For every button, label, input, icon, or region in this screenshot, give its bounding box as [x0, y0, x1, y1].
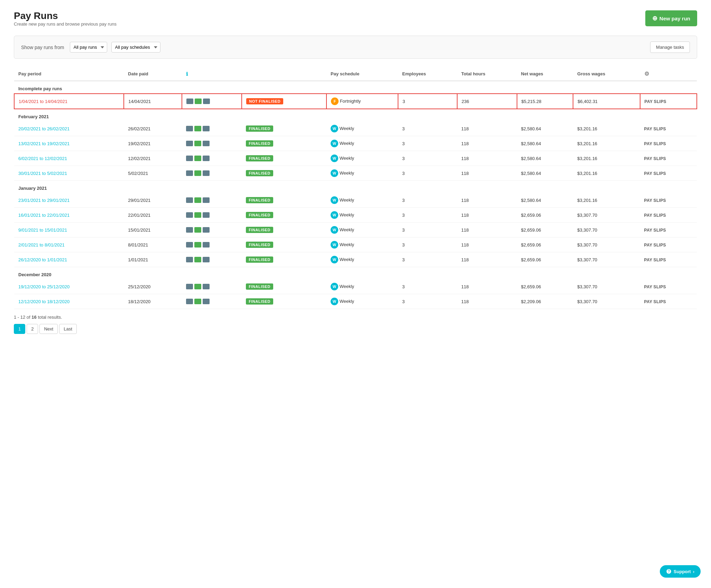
monitor-icon[interactable]	[186, 99, 193, 104]
monitor-icon[interactable]	[186, 227, 193, 233]
action-icons-cell	[182, 151, 242, 166]
mail-icon[interactable]	[194, 284, 201, 289]
refresh-icon[interactable]	[203, 99, 210, 104]
refresh-icon[interactable]	[203, 141, 210, 146]
monitor-icon[interactable]	[186, 197, 193, 203]
mail-icon[interactable]	[194, 212, 201, 218]
monitor-icon[interactable]	[186, 156, 193, 161]
mail-icon[interactable]	[194, 170, 201, 176]
col-settings: ⚙	[640, 67, 697, 81]
status-cell: FINALISED	[242, 279, 326, 294]
pay-slips-cell: PAY SLIPS	[640, 193, 697, 208]
mail-icon[interactable]	[194, 141, 201, 146]
pay-period-link[interactable]: 23/01/2021 to 29/01/2021	[18, 198, 70, 203]
pay-slips-link[interactable]: PAY SLIPS	[644, 258, 666, 262]
refresh-icon[interactable]	[203, 156, 210, 161]
monitor-icon[interactable]	[186, 212, 193, 218]
mail-icon[interactable]	[194, 299, 201, 304]
pay-schedule-cell: W Weekly	[326, 121, 398, 136]
pay-period-link[interactable]: 6/02/2021 to 12/02/2021	[18, 156, 67, 161]
pay-schedule-cell: W Weekly	[326, 166, 398, 181]
refresh-icon[interactable]	[203, 299, 210, 304]
table-row: 30/01/2021 to 5/02/2021 5/02/2021 FINALI…	[14, 166, 697, 181]
pay-period-link[interactable]: 1/04/2021 to 14/04/2021	[19, 99, 67, 104]
refresh-icon[interactable]	[203, 170, 210, 176]
monitor-icon[interactable]	[186, 257, 193, 262]
pay-period-link[interactable]: 13/02/2021 to 19/02/2021	[18, 141, 70, 146]
schedule-badge: W	[331, 125, 338, 132]
mail-icon[interactable]	[194, 242, 201, 248]
status-badge: FINALISED	[246, 197, 273, 203]
status-badge: FINALISED	[246, 256, 273, 263]
action-icons-cell	[182, 294, 242, 309]
pay-schedule-cell: W Weekly	[326, 252, 398, 267]
monitor-icon[interactable]	[186, 284, 193, 289]
refresh-icon[interactable]	[203, 257, 210, 262]
mail-icon[interactable]	[194, 126, 201, 131]
pay-slips-link[interactable]: PAY SLIPS	[644, 198, 666, 203]
next-button[interactable]: Next	[39, 324, 58, 334]
pay-period-link[interactable]: 2/01/2021 to 8/01/2021	[18, 242, 65, 248]
refresh-icon[interactable]	[203, 212, 210, 218]
pay-period-link[interactable]: 20/02/2021 to 26/02/2021	[18, 126, 70, 131]
pay-runs-filter[interactable]: All pay runs	[70, 42, 107, 53]
mail-icon[interactable]	[194, 257, 201, 262]
refresh-icon[interactable]	[203, 197, 210, 203]
pay-schedules-filter[interactable]: All pay schedules	[111, 42, 160, 53]
mail-icon[interactable]	[194, 197, 201, 203]
status-badge: FINALISED	[246, 298, 273, 305]
mail-icon[interactable]	[194, 156, 201, 161]
pay-slips-link[interactable]: PAY SLIPS	[644, 156, 666, 161]
gear-icon[interactable]: ⚙	[644, 71, 649, 77]
total-hours-cell: 118	[457, 121, 517, 136]
page-2-button[interactable]: 2	[27, 324, 38, 334]
table-row: 19/12/2020 to 25/12/2020 25/12/2020 FINA…	[14, 279, 697, 294]
refresh-icon[interactable]	[203, 126, 210, 131]
support-button[interactable]: Support ›	[660, 565, 701, 578]
pay-slips-cell: PAY SLIPS	[640, 294, 697, 309]
monitor-icon[interactable]	[186, 299, 193, 304]
pay-slips-link[interactable]: PAY SLIPS	[644, 171, 666, 176]
pay-period-link[interactable]: 16/01/2021 to 22/01/2021	[18, 213, 70, 218]
table-row: 23/01/2021 to 29/01/2021 29/01/2021 FINA…	[14, 193, 697, 208]
manage-tasks-button[interactable]: Manage tasks	[650, 41, 690, 53]
pay-slips-link[interactable]: PAY SLIPS	[644, 299, 666, 304]
status-cell: FINALISED	[242, 166, 326, 181]
pay-slips-link[interactable]: PAY SLIPS	[644, 141, 666, 146]
monitor-icon[interactable]	[186, 242, 193, 248]
net-wages-cell: $2,659.06	[517, 237, 573, 252]
action-icons-cell	[182, 193, 242, 208]
pay-period-cell: 30/01/2021 to 5/02/2021	[14, 166, 124, 181]
pay-slips-link[interactable]: PAY SLIPS	[644, 228, 666, 233]
status-badge: FINALISED	[246, 170, 273, 176]
gross-wages-cell: $3,307.70	[573, 279, 640, 294]
last-button[interactable]: Last	[59, 324, 77, 334]
date-paid-cell: 12/02/2021	[124, 151, 182, 166]
pay-period-link[interactable]: 30/01/2021 to 5/02/2021	[18, 171, 67, 176]
net-wages-cell: $2,580.64	[517, 121, 573, 136]
refresh-icon[interactable]	[203, 227, 210, 233]
mail-icon[interactable]	[194, 227, 201, 233]
page-1-button[interactable]: 1	[14, 324, 25, 334]
pay-slips-link[interactable]: PAY SLIPS	[644, 284, 666, 289]
pay-slips-link[interactable]: PAY SLIPS	[645, 99, 666, 104]
employees-cell: 3	[398, 166, 457, 181]
monitor-icon[interactable]	[186, 141, 193, 146]
pay-period-link[interactable]: 26/12/2020 to 1/01/2021	[18, 257, 67, 262]
date-paid-cell: 14/04/2021	[124, 94, 182, 109]
pay-period-link[interactable]: 12/12/2020 to 18/12/2020	[18, 299, 70, 304]
new-pay-run-button[interactable]: ⊕ New pay run	[645, 10, 697, 26]
pay-slips-link[interactable]: PAY SLIPS	[644, 213, 666, 218]
pay-period-link[interactable]: 9/01/2021 to 15/01/2021	[18, 227, 67, 233]
refresh-icon[interactable]	[203, 242, 210, 248]
header-row: Pay Runs Create new pay runs and browse …	[14, 10, 697, 34]
refresh-icon[interactable]	[203, 284, 210, 289]
monitor-icon[interactable]	[186, 126, 193, 131]
pay-slips-link[interactable]: PAY SLIPS	[644, 243, 666, 248]
col-actions-header	[242, 67, 326, 81]
pay-period-link[interactable]: 19/12/2020 to 25/12/2020	[18, 284, 70, 289]
monitor-icon[interactable]	[186, 170, 193, 176]
status-cell: FINALISED	[242, 237, 326, 252]
pay-slips-link[interactable]: PAY SLIPS	[644, 127, 666, 131]
mail-icon[interactable]	[195, 99, 202, 104]
